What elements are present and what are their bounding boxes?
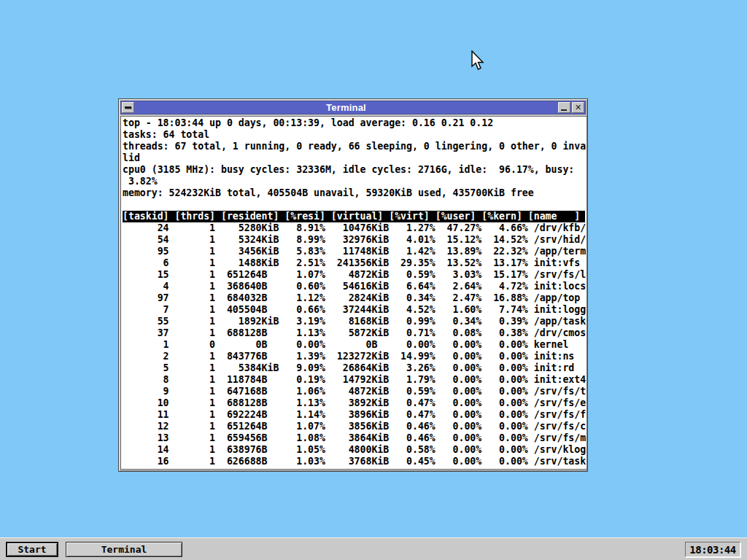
- table-row: 97 1 684032B 1.12% 2824KiB 0.34% 2.47% 1…: [123, 292, 587, 304]
- minimize-button[interactable]: [558, 102, 570, 113]
- system-menu-icon: [125, 106, 131, 109]
- table-rows: 24 1 5280KiB 8.91% 10476KiB 1.27% 47.27%…: [123, 222, 587, 467]
- table-row: 55 1 1892KiB 3.19% 8168KiB 0.99% 0.34% 0…: [123, 316, 587, 327]
- table-row: 7 1 405504B 0.66% 37244KiB 4.52% 1.60% 7…: [123, 304, 587, 316]
- table-row: 14 1 638976B 1.05% 4800KiB 0.58% 0.00% 0…: [123, 444, 587, 456]
- window-title: Terminal: [134, 101, 558, 114]
- taskbar-clock: 18:03:44: [685, 542, 740, 557]
- terminal-line: top - 18:03:44 up 0 days, 00:13:39, load…: [123, 117, 587, 129]
- table-row: 8 1 118784B 0.19% 14792KiB 1.79% 0.00% 0…: [123, 374, 587, 386]
- table-row: 12 1 651264B 1.07% 3856KiB 0.46% 0.00% 0…: [123, 421, 587, 432]
- table-row: 24 1 5280KiB 8.91% 10476KiB 1.27% 47.27%…: [123, 222, 587, 234]
- table-row: 13 1 659456B 1.08% 3864KiB 0.46% 0.00% 0…: [123, 432, 587, 444]
- table-row: 4 1 368640B 0.60% 54616KiB 6.64% 2.64% 4…: [123, 281, 587, 292]
- start-button[interactable]: Start: [6, 542, 58, 557]
- titlebar[interactable]: Terminal ✕: [120, 101, 586, 114]
- terminal-line: threads: 67 total, 1 running, 0 ready, 6…: [123, 141, 587, 152]
- terminal-line: memory: 524232KiB total, 405504B unavail…: [123, 187, 587, 199]
- taskbar-item-label: Terminal: [101, 544, 147, 555]
- desktop[interactable]: { "desktop": { "background_color": "#7fc…: [0, 0, 747, 560]
- minimize-icon: [561, 109, 567, 111]
- table-header-row: [taskid] [thrds] [resident] [%resi] [vir…: [123, 211, 585, 222]
- terminal-line: tasks: 64 total: [123, 129, 587, 141]
- clock-value: 18:03:44: [689, 544, 735, 556]
- terminal-screen[interactable]: top - 18:03:44 up 0 days, 00:13:39, load…: [120, 116, 587, 470]
- terminal-line: 3.82%: [123, 176, 587, 187]
- table-row: 5 1 5384KiB 9.09% 26864KiB 3.26% 0.00% 0…: [123, 362, 587, 374]
- table-row: 1 0 0B 0.00% 0B 0.00% 0.00% 0.00% kernel: [123, 339, 587, 351]
- table-row: 10 1 688128B 1.13% 3892KiB 0.47% 0.00% 0…: [123, 397, 587, 409]
- table-row: 6 1 1488KiB 2.51% 241356KiB 29.35% 13.52…: [123, 257, 587, 269]
- table-row: 11 1 692224B 1.14% 3896KiB 0.47% 0.00% 0…: [123, 409, 587, 421]
- terminal-line: lid: [123, 152, 587, 164]
- close-icon: ✕: [575, 104, 581, 112]
- terminal-line: cpu0 (3185 MHz): busy cycles: 32336M, id…: [123, 164, 587, 176]
- taskbar-item-terminal[interactable]: Terminal: [66, 542, 182, 557]
- close-button[interactable]: ✕: [572, 102, 584, 113]
- table-row: 95 1 3456KiB 5.83% 11748KiB 1.42% 13.89%…: [123, 246, 587, 257]
- taskbar: Start Terminal 18:03:44: [0, 537, 747, 560]
- cursor-arrow-icon: [471, 50, 487, 72]
- terminal-line: [123, 199, 587, 211]
- table-row: 9 1 647168B 1.06% 4872KiB 0.59% 0.00% 0.…: [123, 386, 587, 397]
- terminal-lines: top - 18:03:44 up 0 days, 00:13:39, load…: [123, 117, 587, 211]
- table-row: 54 1 5324KiB 8.99% 32976KiB 4.01% 15.12%…: [123, 234, 587, 246]
- terminal-window: Terminal ✕ top - 18:03:44 up 0 days, 00:…: [118, 98, 588, 472]
- start-button-label: Start: [18, 544, 46, 555]
- system-menu-button[interactable]: [122, 102, 134, 113]
- table-row: 2 1 843776B 1.39% 123272KiB 14.99% 0.00%…: [123, 351, 587, 362]
- table-row: 15 1 651264B 1.07% 4872KiB 0.59% 3.03% 1…: [123, 269, 587, 281]
- table-row: 37 1 688128B 1.13% 5872KiB 0.71% 0.08% 0…: [123, 327, 587, 339]
- table-row: 16 1 626688B 1.03% 3768KiB 0.45% 0.00% 0…: [123, 456, 587, 467]
